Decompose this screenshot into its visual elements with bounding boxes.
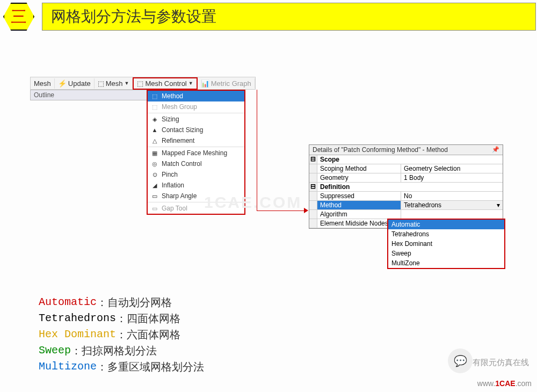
menu-item-mesh-group[interactable]: ⬚Mesh Group <box>148 101 244 112</box>
arrow-icon <box>304 208 308 213</box>
details-title: Details of "Patch Conforming Method" - M… <box>309 145 503 155</box>
menu-item-match-control[interactable]: ◎Match Control <box>148 158 244 169</box>
geometry-label: Geometry <box>317 173 401 182</box>
menu-icon: ◢ <box>151 182 158 189</box>
cube-icon: ⬚ <box>137 79 143 88</box>
method-label: Method <box>317 201 401 209</box>
page-title: 网格划分方法与参数设置 <box>42 3 536 31</box>
toolbar-mesh[interactable]: Mesh <box>31 78 55 89</box>
legend-term: Sweep <box>39 343 71 359</box>
chevron-down-icon: ▼ <box>188 81 193 86</box>
menu-icon: ⊙ <box>151 171 158 178</box>
menu-icon: ◈ <box>151 115 158 123</box>
menu-item-method[interactable]: ⬚Method <box>148 91 244 101</box>
collapse-icon[interactable]: ⊟ <box>309 183 317 191</box>
suppressed-value[interactable]: No <box>401 192 503 200</box>
legend-desc: ：多重区域网格划分法 <box>97 359 204 375</box>
legend-term: Tetrahedrons <box>39 310 116 326</box>
menu-icon: ⬚ <box>151 92 158 100</box>
option-sweep[interactable]: Sweep <box>388 249 504 258</box>
pin-icon[interactable]: 📌 <box>492 146 499 154</box>
chevron-down-icon: ▾ <box>497 201 500 209</box>
menu-icon: ▭ <box>151 205 158 212</box>
algorithm-label: Algorithm <box>317 210 401 219</box>
page-header: 三 网格划分方法与参数设置 <box>0 0 537 33</box>
menu-icon: △ <box>151 137 158 144</box>
menu-icon: ◎ <box>151 160 158 168</box>
legend-desc: ：自动划分网格 <box>97 294 172 310</box>
legend-term: Hex Dominant <box>39 326 116 343</box>
method-value[interactable]: Tetrahedrons▾ <box>401 201 503 209</box>
toolbar-mesh-dropdown[interactable]: ⬚Mesh▼ <box>95 78 133 89</box>
suppressed-label: Suppressed <box>317 192 401 200</box>
watermark-center: 1CAE.COM <box>204 193 302 212</box>
menu-item-inflation[interactable]: ◢Inflation <box>148 180 244 191</box>
legend: Automatic：自动划分网格Tetrahedrons：四面体网格Hex Do… <box>39 294 204 375</box>
collapse-icon[interactable]: ⊟ <box>309 155 317 164</box>
option-hex-dominant[interactable]: Hex Dominant <box>388 239 504 249</box>
scoping-method-value[interactable]: Geometry Selection <box>401 164 503 173</box>
toolbar-metric-graph: 📊Metric Graph <box>198 78 255 89</box>
option-tetrahedrons[interactable]: Tetrahedrons <box>388 229 504 239</box>
chat-icon: 💬 <box>448 349 473 373</box>
legend-desc: ：六面体网格 <box>116 326 180 343</box>
legend-term: Automatic <box>39 294 97 310</box>
menu-icon: ▭ <box>151 192 158 200</box>
option-automatic[interactable]: Automatic <box>388 220 504 229</box>
chevron-down-icon: ▼ <box>125 81 129 86</box>
callout-line <box>257 90 257 210</box>
chart-icon: 📊 <box>201 79 209 88</box>
menu-item-pinch[interactable]: ⊙Pinch <box>148 169 244 180</box>
algorithm-value[interactable] <box>401 210 503 219</box>
details-panel: Details of "Patch Conforming Method" - M… <box>309 144 503 229</box>
menu-item-refinement[interactable]: △Refinement <box>148 135 244 146</box>
callout-line <box>257 210 305 211</box>
scope-header: Scope <box>317 155 503 164</box>
legend-desc: ：四面体网格 <box>116 310 180 326</box>
menu-icon: ▦ <box>151 149 158 157</box>
cube-icon: ⬚ <box>98 79 104 88</box>
menu-icon: ⬚ <box>151 103 158 111</box>
toolbar-mesh-control[interactable]: ⬚Mesh Control▼ <box>133 77 197 90</box>
menu-item-sizing[interactable]: ◈Sizing <box>148 114 244 125</box>
legend-desc: ：扫掠网格划分法 <box>71 343 157 359</box>
scoping-method-label: Scoping Method <box>317 164 401 173</box>
brand-text: 有限元仿真在线 <box>473 358 529 368</box>
toolbar: Mesh ⚡Update ⬚Mesh▼ ⬚Mesh Control▼ 📊Metr… <box>30 77 256 90</box>
menu-icon: ▲ <box>151 126 158 134</box>
option-multizone[interactable]: MultiZone <box>388 258 504 268</box>
method-options-dropdown: AutomaticTetrahedronsHex DominantSweepMu… <box>387 219 505 269</box>
watermark-url: www.1CAE.com <box>477 379 532 388</box>
toolbar-update[interactable]: ⚡Update <box>55 78 95 89</box>
menu-item-contact-sizing[interactable]: ▲Contact Sizing <box>148 125 244 135</box>
outline-panel: Outline <box>30 90 148 100</box>
definition-header: Definition <box>317 183 503 191</box>
section-badge: 三 <box>1 1 37 32</box>
geometry-value[interactable]: 1 Body <box>401 173 503 182</box>
legend-term: Multizone <box>39 359 97 375</box>
menu-item-mapped-face-meshing[interactable]: ▦Mapped Face Meshing <box>148 148 244 158</box>
lightning-icon: ⚡ <box>58 79 67 88</box>
